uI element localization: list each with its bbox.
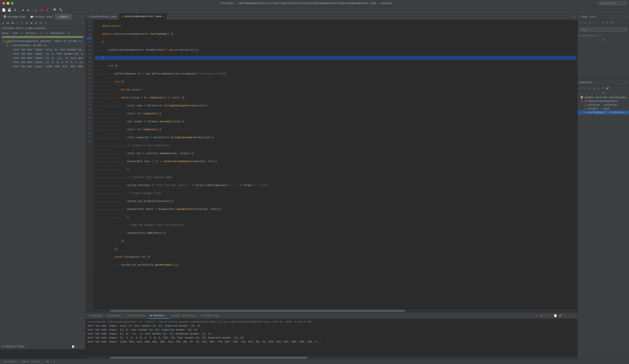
minimize-junit-button[interactable]: _ xyxy=(76,21,80,25)
console-maximize-btn[interactable]: □ xyxy=(572,314,576,318)
code-lines[interactable]: .... @Testractory .... public Collection… xyxy=(94,20,577,310)
console-scroll-lock-btn[interactable]: ⊓ xyxy=(544,314,548,318)
search-button[interactable]: 🔍 xyxy=(52,7,58,13)
task-add-btn[interactable]: + xyxy=(579,21,583,25)
test-tree[interactable]: ▼ J SolutionDynamicTest [Runner: JUnit 5… xyxy=(0,39,85,343)
tab-call-hierarchy[interactable]: ⊞ Call Hierarchy xyxy=(169,312,198,319)
outline-sort-btn[interactable]: ↕ xyxy=(583,86,587,90)
tree-item-test-5[interactable]: ✓ Test Two Sum: Input: [230, 863, 916, 5… xyxy=(0,65,85,69)
maximize-junit-button[interactable]: □ xyxy=(80,21,84,25)
tab-junit-close[interactable]: ✕ xyxy=(68,15,70,18)
outline-method-setup[interactable]: ● setUp() : void xyxy=(578,107,629,111)
tab-solution-test[interactable]: ☕ SolutionTest.java xyxy=(86,13,119,20)
close-button[interactable] xyxy=(2,2,5,5)
tree-item-test-2[interactable]: ✓ Test Two Sum: Input: [], 0; Your answe… xyxy=(0,52,85,56)
outline-collapse-btn[interactable]: ⊟ xyxy=(579,86,583,90)
task-list-close-icon[interactable]: ✕ xyxy=(596,15,598,18)
debug-button[interactable]: 🐞 xyxy=(39,7,44,13)
outline-link-btn[interactable]: 🔗 xyxy=(605,86,610,90)
code-editor[interactable]: 26 27 28 29 30 31 32 33 34 35 36 37 38 3… xyxy=(86,20,577,312)
rerun-button[interactable]: ↺ xyxy=(1,21,5,25)
console-close-icon[interactable]: ✕ xyxy=(165,314,167,317)
tree-item-root[interactable]: ▼ J SolutionDynamicTest [Runner: JUnit 5… xyxy=(0,40,85,44)
tab-dynamic-close[interactable]: ✕ xyxy=(163,15,164,18)
filter-all-label[interactable]: All xyxy=(582,34,587,37)
outline-tree[interactable]: 📦 johnny.tutorial.JUnitDynami... ▶ C Sol… xyxy=(578,95,629,359)
outline-hide-fields-btn[interactable]: ⧫ xyxy=(592,86,596,90)
console-open-file-btn[interactable]: 📄 xyxy=(553,314,558,318)
stop-test-button[interactable]: ■ xyxy=(10,21,15,25)
tab-problems[interactable]: ⚠ Problems xyxy=(86,312,105,319)
tab-project-explorer[interactable]: 📁 Project Expl xyxy=(28,13,55,20)
history-button[interactable]: ⏲ xyxy=(39,21,43,25)
next-failure-button[interactable]: ↓ xyxy=(15,21,19,25)
test-suite-icon: J xyxy=(6,40,9,44)
tree-item-test-3[interactable]: ✓ Test Two Sum: Input: [1, 0, -1], -1; Y… xyxy=(0,56,85,61)
task-group-btn[interactable]: ⊟ xyxy=(601,21,605,25)
new-button[interactable]: 📄 xyxy=(1,7,6,13)
outline-minimize-btn[interactable]: _ xyxy=(620,81,624,84)
trace-expand-btn[interactable]: ⤢ xyxy=(75,345,79,348)
forward-button[interactable]: ▶ xyxy=(26,7,31,13)
outline-field-solution[interactable]: ◆ solution : Solution xyxy=(578,103,629,107)
outline-class[interactable]: ▶ C SolutionDynamicTest xyxy=(578,99,629,103)
outline-method-test[interactable]: ● testTwoSum() : Collectio... xyxy=(578,111,629,114)
code-horizontal-scrollbar[interactable] xyxy=(86,310,577,312)
trace-copy-btn[interactable]: 📋 xyxy=(71,345,75,348)
back-button[interactable]: ◀ xyxy=(20,7,25,13)
task-find-input[interactable] xyxy=(580,27,627,32)
collapse-all-button[interactable]: ⊟ xyxy=(25,21,29,25)
filter-button[interactable]: ⧖ xyxy=(34,21,38,25)
tree-item-test-4[interactable]: ✓ Test Two Sum: Input: [1, 2, 3, 4, 5, 6… xyxy=(0,61,85,65)
tab-declaration[interactable]: □ Declaration xyxy=(124,312,148,319)
tab-junit[interactable]: ✓ JUnit ✕ xyxy=(55,13,72,20)
trace-filter-btn[interactable]: ⧖ xyxy=(80,345,83,348)
outline-close-icon[interactable]: ✕ xyxy=(593,81,595,84)
outline-maximize-btn[interactable]: □ xyxy=(624,81,628,84)
expand-all-button[interactable]: ⊞ xyxy=(29,21,33,25)
console-new-btn[interactable]: + xyxy=(563,314,567,318)
task-filter-btn[interactable]: ⧖ xyxy=(588,21,592,25)
tree-item-test-1[interactable]: ✓ Test Two Sum: Input: null, 0; Your ans… xyxy=(0,48,85,52)
rerun-failed-button[interactable]: ↺✕ xyxy=(6,21,10,25)
tab-javadoc[interactable]: @ Javadoc xyxy=(105,312,124,319)
task-refresh-btn[interactable]: ↺ xyxy=(583,21,587,25)
task-new-window-btn[interactable]: 🗗 xyxy=(610,21,614,25)
minimize-panel-button[interactable]: _ xyxy=(76,15,80,19)
minimize-button[interactable] xyxy=(6,2,9,5)
run-button[interactable]: ▶ xyxy=(33,7,39,13)
tab-package-explorer[interactable]: 📦 Package Expl xyxy=(1,13,28,20)
task-sort-btn[interactable]: ↕ xyxy=(596,21,601,25)
outline-sync-btn[interactable]: ⟳ xyxy=(601,86,605,90)
task-mark-btn[interactable]: ✓ xyxy=(592,21,596,25)
tab-properties[interactable]: ≡ Properties xyxy=(198,312,221,319)
outline-package[interactable]: 📦 johnny.tutorial.JUnitDynami... xyxy=(578,96,629,99)
task-list-maximize-btn[interactable]: □ xyxy=(624,15,628,19)
console-word-wrap-btn[interactable]: ↵ xyxy=(549,314,553,318)
console-horizontal-scrollbar[interactable] xyxy=(86,357,577,359)
refactor-button[interactable]: 🔧 xyxy=(58,7,63,13)
maximize-button[interactable] xyxy=(11,2,13,5)
stop-button[interactable]: ■ xyxy=(45,7,50,13)
console-clear-btn[interactable]: □ xyxy=(535,314,539,318)
filter-active-label[interactable]: Activ... xyxy=(591,34,603,37)
outline-title: Outline xyxy=(581,81,592,84)
console-stop-btn[interactable]: ■ xyxy=(539,314,543,318)
tab-console[interactable]: ▶ Console ✕ xyxy=(148,312,169,319)
view-menu-button[interactable]: ▾ xyxy=(43,21,48,25)
save-button[interactable]: 💾 xyxy=(7,7,12,13)
console-minimize-btn[interactable]: _ xyxy=(567,314,572,318)
outline-hide-static-btn[interactable]: S xyxy=(596,86,601,90)
editor-minimize-btn[interactable]: _ xyxy=(568,15,572,18)
print-button[interactable]: 🖨 xyxy=(12,7,17,13)
task-configure-btn[interactable]: ⚙ xyxy=(605,21,610,25)
quick-access-input[interactable] xyxy=(599,1,627,5)
tab-solution-dynamic-test[interactable]: ☕ SolutionDynamicTest.java ✕ xyxy=(119,13,167,20)
console-pin-btn[interactable]: 📌 xyxy=(558,314,562,318)
maximize-panel-button[interactable]: □ xyxy=(80,15,84,19)
editor-maximize-btn[interactable]: □ xyxy=(573,15,576,18)
prev-failure-button[interactable]: ↑ xyxy=(20,21,24,25)
task-list-minimize-btn[interactable]: _ xyxy=(620,15,624,19)
outline-sort-alpha-btn[interactable]: az xyxy=(588,86,592,90)
tree-item-method[interactable]: ▼ ✓ testTwoSum() (0.001 s) xyxy=(0,44,85,48)
